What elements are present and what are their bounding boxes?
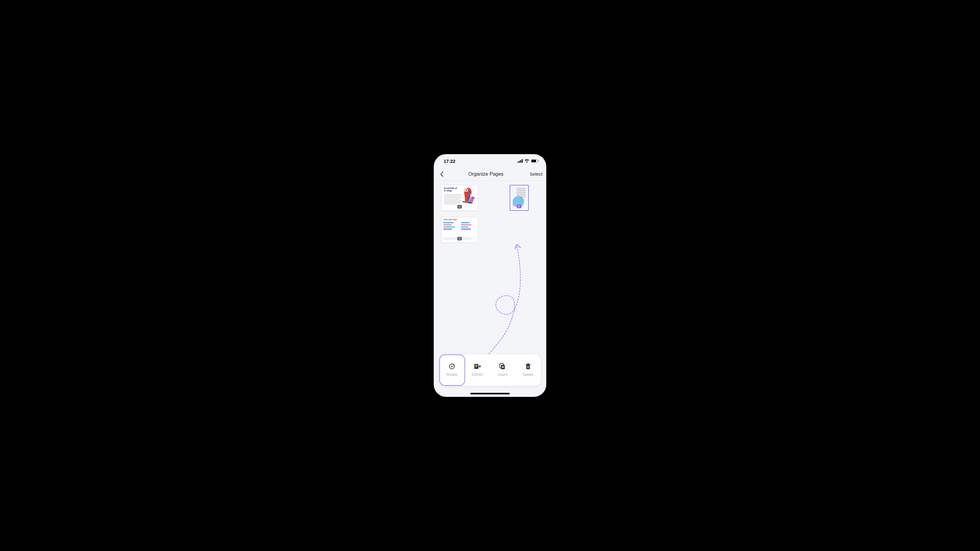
select-button[interactable]: Select — [526, 171, 542, 176]
chevron-left-icon — [440, 171, 444, 177]
rotate-label: Rotate — [447, 373, 457, 377]
svg-rect-6 — [531, 160, 536, 162]
svg-rect-16 — [475, 365, 477, 365]
svg-point-4 — [526, 162, 527, 162]
svg-rect-24 — [527, 366, 528, 368]
status-icons — [518, 159, 539, 164]
svg-rect-7 — [538, 160, 539, 162]
insert-label: Insert — [498, 373, 507, 377]
cellular-icon — [518, 159, 523, 164]
page-number-badge: 2 — [517, 205, 521, 208]
svg-rect-17 — [475, 366, 477, 367]
svg-rect-3 — [522, 159, 523, 163]
svg-rect-15 — [474, 364, 478, 369]
delete-label: Delete — [523, 373, 533, 377]
thumb3-title: DATA ANALYSIS — [441, 217, 478, 221]
insert-button[interactable]: Insert — [490, 354, 515, 386]
svg-point-12 — [466, 189, 467, 191]
rotate-button[interactable]: Rotate — [439, 354, 465, 386]
insert-icon — [500, 364, 506, 370]
page-thumb-1[interactable]: Essentials of Ecology — [441, 185, 478, 211]
phone-frame: 17:22 Organize Pages Select — [434, 154, 546, 397]
parrot-illustration-icon — [460, 186, 475, 205]
svg-rect-2 — [520, 160, 521, 163]
thumb1-title: Essentials of Ecology — [441, 185, 460, 192]
bottom-toolbar: Rotate Extract Insert Delete — [439, 354, 541, 386]
page-title: Organize Pages — [446, 171, 526, 177]
page-thumb-2[interactable]: 2 — [510, 185, 529, 211]
page-thumb-3[interactable]: DATA ANALYSIS — [441, 217, 478, 243]
status-bar: 17:22 — [434, 154, 546, 168]
trash-icon — [525, 364, 531, 370]
rotate-icon — [449, 364, 455, 370]
page-number-badge: 1 — [457, 205, 462, 208]
thumb1-textlines — [444, 194, 462, 205]
thumb2-bars — [513, 202, 517, 206]
page-number-badge: 3 — [457, 237, 462, 240]
home-indicator — [470, 393, 510, 394]
svg-rect-0 — [518, 162, 519, 163]
nav-bar: Organize Pages Select — [434, 168, 546, 181]
thumb3-chart — [443, 222, 476, 231]
svg-point-9 — [471, 197, 475, 200]
svg-rect-1 — [519, 160, 520, 163]
battery-icon — [531, 159, 539, 164]
extract-icon — [474, 364, 481, 369]
extract-label: Extract — [472, 372, 483, 376]
svg-rect-25 — [528, 366, 529, 368]
back-button[interactable] — [438, 171, 446, 177]
thumb2-textlines — [516, 188, 526, 198]
svg-point-14 — [451, 366, 452, 367]
extract-button[interactable]: Extract — [465, 354, 490, 386]
svg-rect-21 — [526, 365, 530, 369]
delete-button[interactable]: Delete — [515, 354, 541, 386]
wifi-icon — [524, 159, 529, 164]
status-time: 17:22 — [444, 159, 455, 164]
svg-rect-18 — [475, 367, 476, 367]
svg-rect-23 — [527, 364, 529, 365]
